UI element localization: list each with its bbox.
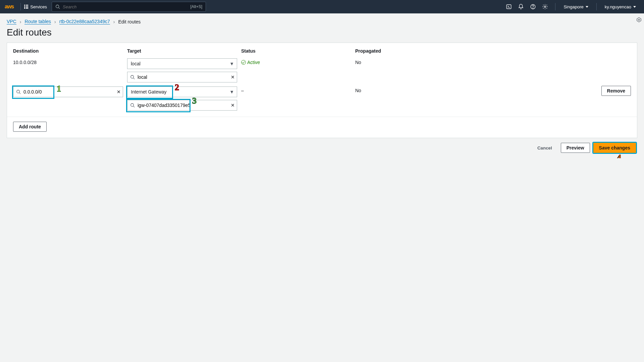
propagated-text: No [355, 60, 361, 65]
search-icon [16, 89, 21, 94]
page-title: Edit routes [7, 27, 637, 38]
services-label: Services [30, 4, 47, 9]
col-header-propagated: Propagated [355, 48, 601, 57]
caret-down-icon [633, 6, 636, 8]
aws-logo-text: aws [5, 4, 14, 9]
routes-grid: Destination Target Status Propagated 10.… [7, 43, 637, 113]
check-circle-icon [241, 60, 246, 65]
search-icon [55, 4, 60, 9]
route-row-0-target: local ▼ ✕ [127, 57, 241, 85]
chevron-right-icon: › [113, 19, 115, 24]
target-search[interactable]: ✕ [127, 72, 237, 82]
route-row-1-target: Internet Gateway ▼ 2 ✕ 3 [127, 85, 241, 113]
nav-separator [596, 3, 597, 10]
svg-line-10 [133, 78, 135, 79]
clear-icon[interactable]: ✕ [231, 74, 235, 80]
destination-text: 10.0.0.0/28 [13, 60, 37, 65]
route-row-0-status: Active [241, 57, 355, 85]
col-header-target: Target [127, 48, 241, 57]
col-header-destination: Destination [13, 48, 127, 57]
caret-down-icon: ▼ [229, 61, 234, 66]
settings-icon[interactable] [540, 1, 550, 12]
cloudshell-icon[interactable] [503, 1, 514, 12]
cancel-button[interactable]: Cancel [532, 143, 557, 153]
route-row-0-propagated: No [355, 57, 601, 85]
svg-point-13 [131, 104, 134, 107]
save-changes-button[interactable]: Save changes [593, 143, 636, 153]
form-actions: Cancel Preview Save changes 4 [7, 138, 637, 153]
chevron-right-icon: › [54, 19, 56, 24]
status-text: Active [247, 60, 260, 65]
nav-separator [20, 3, 21, 10]
target-search-input[interactable] [138, 103, 234, 108]
target-select-value: Internet Gateway [131, 89, 167, 95]
add-route-button[interactable]: Add route [13, 122, 47, 132]
breadcrumb-rtb-id[interactable]: rtb-0c22e88caa52349c7 [59, 19, 110, 24]
route-row-1-status: – [241, 85, 355, 113]
svg-line-14 [133, 106, 135, 108]
route-row-1-propagated: No [355, 85, 601, 113]
status-active: Active [241, 60, 260, 65]
svg-point-8 [638, 19, 640, 20]
services-menu[interactable]: Services [24, 4, 47, 9]
user-label: ky.nguyencao [605, 4, 631, 9]
caret-down-icon [586, 6, 588, 8]
target-search-input[interactable] [138, 74, 234, 80]
status-text: – [241, 88, 244, 93]
tools-panel-toggle[interactable] [636, 17, 642, 23]
caret-down-icon: ▼ [229, 89, 234, 95]
destination-input[interactable] [23, 89, 120, 95]
svg-point-6 [544, 6, 546, 8]
route-row-0-destination: 10.0.0.0/28 [13, 57, 127, 85]
notifications-icon[interactable] [516, 1, 526, 12]
target-select[interactable]: Internet Gateway ▼ [127, 86, 237, 97]
region-selector[interactable]: Singapore [560, 4, 591, 9]
remove-button[interactable]: Remove [601, 86, 631, 96]
chevron-right-icon: › [20, 19, 21, 24]
grid-icon [24, 5, 28, 9]
aws-logo[interactable]: aws [5, 4, 14, 10]
svg-line-1 [59, 8, 60, 9]
search-icon [130, 75, 135, 79]
search-shortcut-hint: [Alt+S] [190, 4, 202, 9]
route-row-0-actions [601, 57, 631, 85]
search-input[interactable] [63, 4, 190, 9]
target-select[interactable]: local ▼ [127, 58, 237, 69]
propagated-text: No [355, 88, 361, 93]
nav-right: Singapore ky.nguyencao [503, 1, 639, 12]
breadcrumb: VPC › Route tables › rtb-0c22e88caa52349… [7, 19, 637, 24]
svg-point-11 [17, 90, 20, 93]
target-search[interactable]: ✕ [127, 100, 237, 111]
add-route-row: Add route [7, 117, 637, 138]
annotation-4: 4 [617, 153, 621, 158]
breadcrumb-vpc[interactable]: VPC [7, 19, 16, 24]
routes-panel: Destination Target Status Propagated 10.… [7, 43, 637, 138]
top-nav: aws Services [Alt+S] Singapore ky.nguyen… [0, 0, 644, 13]
clear-icon[interactable]: ✕ [231, 103, 235, 108]
route-row-1-actions: Remove [601, 85, 631, 113]
page-body: VPC › Route tables › rtb-0c22e88caa52349… [0, 13, 644, 158]
svg-line-12 [19, 93, 21, 94]
col-header-actions [601, 48, 631, 57]
global-search[interactable]: [Alt+S] [52, 2, 206, 12]
svg-point-9 [131, 75, 134, 78]
breadcrumb-route-tables[interactable]: Route tables [24, 19, 51, 24]
svg-point-5 [533, 8, 533, 8]
route-row-1-destination: ✕ 1 [13, 85, 127, 113]
preview-button[interactable]: Preview [561, 143, 590, 153]
help-icon[interactable] [528, 1, 538, 12]
destination-input-wrap[interactable]: ✕ [13, 86, 123, 97]
nav-separator [555, 3, 555, 10]
target-select-value: local [131, 61, 141, 66]
col-header-status: Status [241, 48, 355, 57]
svg-point-0 [56, 5, 59, 8]
breadcrumb-current: Edit routes [118, 19, 141, 24]
clear-icon[interactable]: ✕ [117, 89, 121, 95]
search-icon [130, 103, 135, 108]
svg-marker-7 [637, 17, 641, 22]
region-label: Singapore [564, 4, 583, 9]
user-menu[interactable]: ky.nguyencao [601, 4, 639, 9]
save-highlight: Save changes [593, 143, 636, 153]
